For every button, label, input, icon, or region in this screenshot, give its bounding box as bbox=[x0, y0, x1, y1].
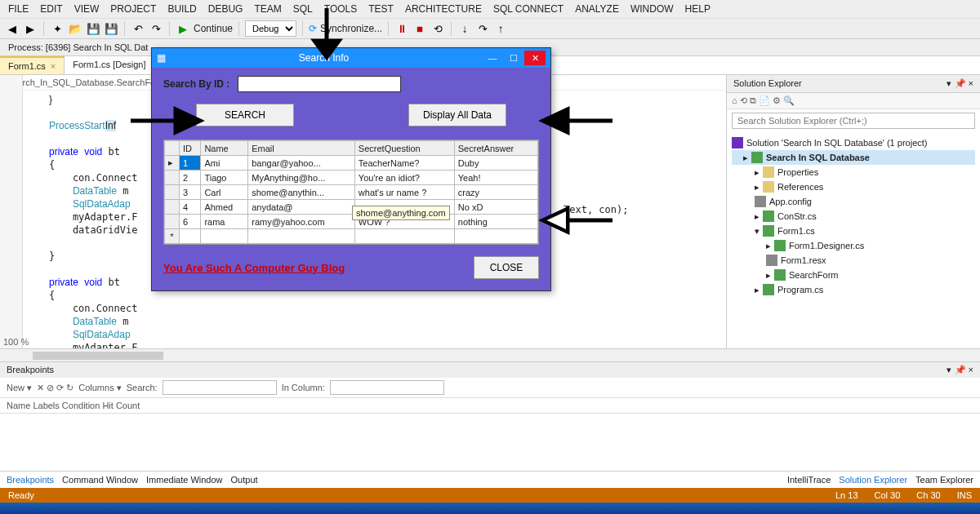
menu-test[interactable]: TEST bbox=[368, 3, 394, 15]
dialog-close-button[interactable]: CLOSE bbox=[474, 256, 539, 279]
status-bar: Ready Ln 13 Col 30 Ch 30 INS bbox=[0, 488, 980, 503]
bt-intellitrace[interactable]: IntelliTrace bbox=[787, 475, 831, 485]
col-email[interactable]: Email bbox=[248, 141, 355, 156]
minimize-button[interactable]: — bbox=[482, 51, 503, 65]
table-row[interactable]: 4Ahmedanydata@No xD bbox=[165, 200, 538, 215]
stop-icon[interactable]: ■ bbox=[412, 21, 427, 36]
new-icon[interactable]: ✦ bbox=[50, 21, 65, 36]
menu-help[interactable]: HELP bbox=[685, 3, 710, 15]
resx-icon bbox=[766, 255, 777, 266]
bt-solexp[interactable]: Solution Explorer bbox=[839, 475, 907, 485]
menu-sqlconnect[interactable]: SQL CONNECT bbox=[493, 3, 564, 15]
save-icon[interactable]: 💾 bbox=[86, 21, 100, 36]
cs-icon bbox=[774, 269, 786, 281]
close-button[interactable]: ✕ bbox=[524, 51, 546, 65]
tree-appconfig[interactable]: App.config bbox=[769, 194, 812, 209]
col-secreta[interactable]: SecretAnswer bbox=[454, 141, 537, 156]
panel-controls[interactable]: ▾ 📌 × bbox=[947, 365, 973, 375]
bt-output[interactable]: Output bbox=[231, 475, 258, 485]
continue-icon[interactable]: ▶ bbox=[176, 21, 190, 36]
bp-columns[interactable]: Columns ▾ bbox=[78, 383, 121, 393]
menu-window[interactable]: WINDOW bbox=[630, 3, 674, 15]
bp-new[interactable]: New ▾ bbox=[7, 383, 32, 393]
tree-form1resx[interactable]: Form1.resx bbox=[781, 253, 826, 268]
menu-analyze[interactable]: ANALYZE bbox=[575, 3, 619, 15]
step-out-icon[interactable]: ↑ bbox=[493, 21, 508, 36]
tree-references[interactable]: References bbox=[777, 179, 823, 194]
open-icon[interactable]: 📂 bbox=[68, 21, 82, 36]
tree-program[interactable]: Program.cs bbox=[777, 282, 823, 297]
solution-node[interactable]: Solution 'Search In SQL Database' (1 pro… bbox=[746, 135, 927, 150]
status-ch: Ch 30 bbox=[916, 490, 940, 500]
restart-icon[interactable]: ⟲ bbox=[430, 21, 445, 36]
col-name[interactable]: Name bbox=[201, 141, 248, 156]
table-row[interactable]: 3Carlshome@anythin...what's ur name ?cra… bbox=[165, 185, 538, 200]
project-node[interactable]: Search In SQL Database bbox=[766, 150, 870, 165]
taskbar[interactable] bbox=[0, 503, 980, 514]
undo-icon[interactable]: ↶ bbox=[131, 21, 145, 36]
folder-icon bbox=[763, 181, 774, 193]
menu-edit[interactable]: EDIT bbox=[40, 3, 62, 15]
table-row[interactable]: 2TiagoMyAnything@ho...You're an idiot?Ye… bbox=[165, 171, 538, 185]
search-by-label: Search By ID : bbox=[163, 78, 229, 90]
explorer-toolbar[interactable]: ⌂ ⟲ ⧉ 📄 ⚙ 🔍 bbox=[727, 93, 980, 109]
menu-architecture[interactable]: ARCHITECTURE bbox=[405, 3, 482, 15]
menu-team[interactable]: TEAM bbox=[254, 3, 281, 15]
display-all-button[interactable]: Display All Data bbox=[408, 104, 506, 126]
tree-properties[interactable]: Properties bbox=[777, 165, 818, 179]
saveall-icon[interactable]: 💾 bbox=[104, 21, 118, 36]
step-into-icon[interactable]: ↓ bbox=[457, 21, 472, 36]
tree-constr[interactable]: ConStr.cs bbox=[777, 209, 817, 224]
solution-icon bbox=[732, 137, 743, 148]
search-button[interactable]: SEARCH bbox=[196, 104, 294, 126]
annotation-arrow-right bbox=[131, 106, 204, 138]
menu-file[interactable]: FILE bbox=[8, 3, 29, 15]
editor-hscrollbar[interactable] bbox=[0, 348, 980, 361]
nav-back-icon[interactable]: ◀ bbox=[5, 21, 20, 36]
continue-label: Continue bbox=[194, 23, 233, 34]
table-row[interactable]: ▸1Amibangar@yahoo...TeacherName?Duby bbox=[165, 156, 538, 171]
solution-tree[interactable]: Solution 'Search In SQL Database' (1 pro… bbox=[727, 132, 980, 348]
tree-form1[interactable]: Form1.cs bbox=[777, 224, 815, 238]
tab-label: Form1.cs bbox=[8, 61, 46, 71]
nav-fwd-icon[interactable]: ▶ bbox=[23, 21, 38, 36]
maximize-button[interactable]: ☐ bbox=[503, 51, 524, 65]
col-secretq[interactable]: SecretQuestion bbox=[354, 141, 454, 156]
close-icon[interactable]: × bbox=[51, 61, 56, 71]
cs-icon bbox=[763, 284, 774, 295]
col-id[interactable]: ID bbox=[180, 141, 201, 156]
search-id-input[interactable] bbox=[238, 76, 401, 92]
status-col: Col 30 bbox=[875, 490, 901, 500]
menu-debug[interactable]: DEBUG bbox=[208, 3, 243, 15]
tab-form1-cs[interactable]: Form1.cs× bbox=[0, 56, 65, 74]
step-over-icon[interactable]: ↷ bbox=[475, 21, 490, 36]
menu-view[interactable]: VIEW bbox=[74, 3, 100, 15]
zoom-level[interactable]: 100 % bbox=[3, 337, 29, 347]
table-row-new[interactable]: * bbox=[165, 229, 538, 244]
dialog-titlebar[interactable]: ▦ Search Info — ☐ ✕ bbox=[152, 48, 550, 68]
bt-command[interactable]: Command Window bbox=[62, 475, 138, 485]
explorer-title: Solution Explorer bbox=[733, 78, 802, 89]
explorer-search[interactable] bbox=[732, 113, 975, 129]
bt-teamexp[interactable]: Team Explorer bbox=[915, 475, 973, 485]
bp-columns-header: Name Labels Condition Hit Count bbox=[0, 398, 980, 414]
redo-icon[interactable]: ↷ bbox=[149, 21, 163, 36]
tab-form1-design[interactable]: Form1.cs [Design] bbox=[65, 56, 154, 74]
bt-breakpoints[interactable]: Breakpoints bbox=[7, 475, 54, 485]
blog-link[interactable]: You Are Such A Computer Guy Blog bbox=[163, 262, 345, 274]
form-icon: ▦ bbox=[157, 52, 166, 64]
bt-immediate[interactable]: Immediate Window bbox=[146, 475, 223, 485]
tab-label: Form1.cs [Design] bbox=[73, 60, 145, 69]
main-toolbar: ◀ ▶ ✦ 📂 💾 💾 ↶ ↷ ▶ Continue Debug ⟳ Synch… bbox=[0, 18, 980, 39]
menu-project[interactable]: PROJECT bbox=[110, 3, 156, 15]
pin-icon[interactable]: ▾ 📌 × bbox=[947, 78, 973, 89]
table-row[interactable]: 6ramaramy@yahoo.comWOW ?nothing bbox=[165, 215, 538, 229]
menu-build[interactable]: BUILD bbox=[167, 3, 196, 15]
bp-incol-input[interactable] bbox=[330, 380, 444, 395]
pause-icon[interactable]: ⏸ bbox=[394, 21, 409, 36]
tree-form1designer[interactable]: Form1.Designer.cs bbox=[789, 238, 864, 253]
data-grid[interactable]: ID Name Email SecretQuestion SecretAnswe… bbox=[163, 140, 539, 245]
config-combo[interactable]: Debug bbox=[245, 20, 296, 37]
bp-search-input[interactable] bbox=[163, 380, 277, 395]
tree-searchform[interactable]: SearchForm bbox=[789, 268, 839, 282]
